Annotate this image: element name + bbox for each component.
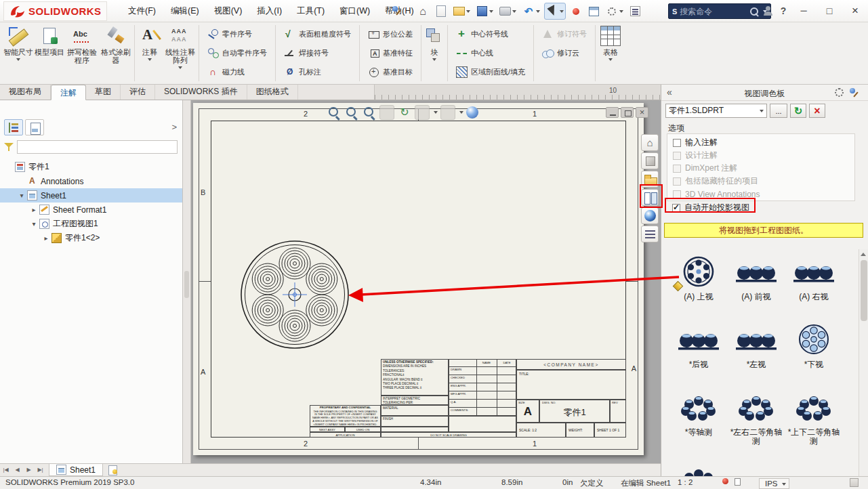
menu-edit[interactable]: 编辑(E): [163, 0, 207, 22]
panel-splitter[interactable]: [183, 100, 191, 463]
help-icon[interactable]: [779, 5, 788, 16]
edit-appearance-icon[interactable]: [466, 106, 478, 119]
drawing-view-part1-top[interactable]: [234, 234, 356, 356]
note-button[interactable]: 注释: [136, 22, 163, 84]
expander-open-icon[interactable]: [30, 219, 38, 229]
home-button[interactable]: [415, 3, 431, 20]
print-button[interactable]: [497, 3, 518, 20]
drawing-sheet[interactable]: 2 1 B A A 2 1: [193, 103, 644, 455]
command-search-box[interactable]: [668, 3, 771, 19]
appearance-button[interactable]: [641, 207, 659, 224]
tree-item-sheet-format1[interactable]: Sheet Format1: [0, 203, 182, 217]
model-items-button[interactable]: 模型项目: [34, 22, 65, 84]
thumbnail-back-view[interactable]: *后视: [670, 320, 727, 369]
tab-evaluate[interactable]: 评估: [121, 84, 155, 100]
add-sheet-button[interactable]: [104, 464, 122, 476]
datum-feature-button[interactable]: 基准特征: [365, 45, 415, 62]
tree-item-part1-instance[interactable]: 零件1<2>: [0, 231, 182, 245]
zoom-in-out-icon[interactable]: [362, 105, 377, 120]
menu-window[interactable]: 窗口(W): [332, 0, 377, 22]
sheet-tab-sheet1[interactable]: Sheet1: [49, 464, 103, 476]
checkbox-include-hidden-features[interactable]: 包括隐藏特征的项目: [669, 175, 853, 188]
next-sheet-button[interactable]: [23, 464, 35, 476]
thumbnail-dimetric-tb-view[interactable]: *上下二等角轴测: [785, 388, 842, 446]
refresh-button[interactable]: [790, 104, 806, 118]
browse-button[interactable]: ...: [770, 104, 787, 118]
tab-annotation[interactable]: 注解: [51, 85, 86, 100]
thumbnail-partial-row[interactable]: [670, 461, 727, 476]
panel-expand-icon[interactable]: [171, 122, 177, 132]
menu-insert[interactable]: 插入(I): [249, 0, 289, 22]
open-document-button[interactable]: [451, 3, 472, 20]
checkbox-dimxpert-annotations[interactable]: DimXpert 注解: [669, 162, 853, 175]
zoom-area-icon[interactable]: [344, 105, 359, 120]
tab-view-layout[interactable]: 视图布局: [0, 84, 51, 100]
tags-icon[interactable]: [850, 478, 859, 487]
revision-cloud-button[interactable]: 修订云: [539, 45, 590, 62]
search-icon[interactable]: [749, 7, 759, 16]
weld-symbol-button[interactable]: 焊接符号: [281, 45, 354, 62]
menu-file[interactable]: 文件(F): [121, 0, 163, 22]
palette-scrollbar[interactable]: [859, 249, 868, 476]
projected-view-button[interactable]: [641, 189, 659, 206]
previous-sheet-button[interactable]: [12, 464, 23, 476]
doc-restore-button[interactable]: [621, 107, 634, 118]
drawing-canvas[interactable]: 2 1 B A A 2 1: [191, 100, 661, 463]
tab-sketch[interactable]: 草图: [86, 84, 121, 100]
doc-minimize-button[interactable]: [606, 107, 619, 118]
table-tool-button[interactable]: [586, 3, 602, 20]
select-tool-button[interactable]: [544, 3, 566, 20]
feature-tree-tab[interactable]: [4, 119, 23, 135]
last-sheet-button[interactable]: [35, 464, 46, 476]
magnetic-line-button[interactable]: 磁力线: [205, 64, 270, 81]
thumbnail-left-view[interactable]: *左视: [728, 320, 785, 369]
close-button[interactable]: [845, 2, 865, 20]
scrollbar-thumb[interactable]: [861, 260, 867, 321]
splitter-handle[interactable]: [184, 271, 189, 298]
tree-item-part1[interactable]: 零件1: [0, 160, 182, 174]
tab-solidworks-addins[interactable]: SOLIDWORKS 插件: [155, 84, 247, 100]
auto-balloon-button[interactable]: 自动零件序号: [205, 45, 270, 62]
expander-closed-icon[interactable]: [42, 234, 50, 243]
format-painter-button[interactable]: 格式涂刷器: [99, 22, 133, 84]
doc-close-button[interactable]: [636, 107, 648, 118]
undo-button[interactable]: [520, 3, 542, 20]
new-document-button[interactable]: [433, 3, 449, 20]
save-button[interactable]: [474, 3, 495, 20]
menu-pin-icon[interactable]: [392, 5, 402, 16]
tree-item-sheet1[interactable]: Sheet1: [0, 188, 182, 203]
scroll-up-icon[interactable]: [860, 251, 867, 258]
first-sheet-button[interactable]: [0, 464, 12, 476]
geometric-tolerance-button[interactable]: 形位公差: [365, 26, 415, 43]
maximize-button[interactable]: [819, 2, 840, 20]
expander-open-icon[interactable]: [18, 191, 26, 200]
palette-file-select[interactable]: 零件1.SLDPRT: [665, 104, 767, 118]
rotate-view-icon[interactable]: [397, 105, 412, 120]
minimize-button[interactable]: [793, 2, 814, 20]
tree-filter-input[interactable]: [17, 140, 178, 154]
dropdown-arrow-icon[interactable]: [459, 111, 463, 114]
thumbnail-bottom-view[interactable]: *下视: [785, 320, 842, 369]
expander-closed-icon[interactable]: [30, 205, 38, 215]
home-view-button[interactable]: [641, 134, 659, 151]
tables-button[interactable]: 表格: [597, 22, 624, 84]
checkbox-import-annotations[interactable]: 输入注解: [669, 136, 853, 149]
thumbnail-right-view[interactable]: (A) 右视: [785, 253, 842, 301]
balloon-button[interactable]: 零件序号: [205, 26, 270, 43]
tree-item-annotations[interactable]: Annotations: [0, 174, 182, 188]
user-account-icon[interactable]: [762, 5, 773, 16]
checkbox-3d-view-annotations[interactable]: 3D View Annotations: [669, 188, 853, 200]
menu-view[interactable]: 视图(V): [207, 0, 250, 22]
block-button[interactable]: 块: [423, 22, 446, 84]
units-selector[interactable]: IPS: [759, 478, 789, 489]
linear-note-pattern-button[interactable]: 线性注释阵列: [163, 22, 197, 84]
menu-tools[interactable]: 工具(T): [289, 0, 332, 22]
thumbnail-top-view[interactable]: (A) 上视: [670, 253, 727, 301]
task-list-button[interactable]: [627, 3, 643, 20]
tree-item-drawing-view1[interactable]: 工程图视图1: [0, 217, 182, 231]
rebuild-indicator-button[interactable]: [568, 3, 584, 20]
area-hatch-button[interactable]: 区域剖面线/填充: [453, 64, 528, 81]
palette-settings-icon[interactable]: [835, 88, 844, 97]
datum-target-button[interactable]: 基准目标: [365, 64, 415, 81]
tab-sheet-format[interactable]: 图纸格式: [247, 84, 298, 100]
